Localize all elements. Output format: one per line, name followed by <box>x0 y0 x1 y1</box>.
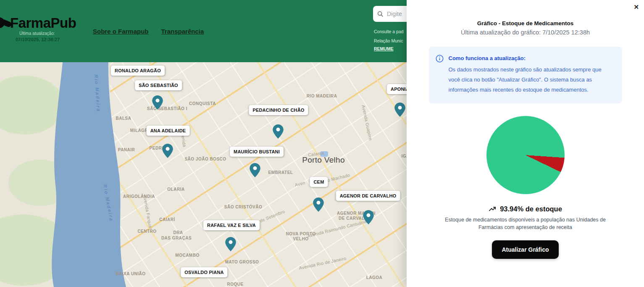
map-pin-icon[interactable] <box>313 197 324 212</box>
map-unit-label[interactable]: CEM <box>310 177 328 187</box>
map-unit-label[interactable]: RAFAEL VAZ E SILVA <box>203 220 260 230</box>
map-label-area: PANAIR <box>118 147 135 152</box>
last-update-label: Última atualização: <box>19 31 55 36</box>
close-icon[interactable]: ✕ <box>633 3 639 11</box>
update-chart-button[interactable]: Atualizar Gráfico <box>492 240 558 259</box>
map-pin-icon[interactable] <box>363 210 374 224</box>
panel-title: Gráfico - Estoque de Medicamentos <box>477 20 574 26</box>
map-pin-icon[interactable] <box>394 103 405 117</box>
stock-stat: 93.94% de estoque <box>489 205 562 213</box>
map-pin-icon[interactable] <box>162 144 173 158</box>
consult-text-line2: Relação Munic <box>374 38 403 43</box>
nav-link-transparency[interactable]: Transparência <box>161 28 204 35</box>
map-label-area: OLARIA <box>167 187 184 192</box>
trending-up-icon <box>489 205 497 213</box>
map-label-area: ARIGOLÂNDIA <box>123 194 155 199</box>
map-pin-icon[interactable] <box>225 237 236 251</box>
chart-panel: ✕ Gráfico - Estoque de Medicamentos Últi… <box>407 0 644 287</box>
last-update-value: 07/10/2025, 12:38:27 <box>16 37 60 42</box>
map-unit-label[interactable]: OSVALDO PIANA <box>181 267 227 277</box>
map-label-area: SÃO JOÃO BOSCO <box>184 157 226 161</box>
info-icon <box>436 55 444 63</box>
stock-percentage: 93.94% de estoque <box>500 205 562 213</box>
map-label-area: CAIARÍ <box>159 217 175 222</box>
info-box: Como funciona a atualização: Os dados mo… <box>429 47 622 103</box>
map-label-area: EMBRATEL <box>268 170 293 175</box>
map-pin-icon[interactable] <box>152 95 163 110</box>
map-pin-icon[interactable] <box>250 163 260 177</box>
map-unit-label[interactable]: MAURÍCIO BUSTANI <box>230 147 284 157</box>
search-icon <box>377 11 384 17</box>
main-nav: Sobre o Farmapub Transparência <box>93 28 204 35</box>
map-label-area: MOCAMBO <box>175 253 199 258</box>
nav-link-about[interactable]: Sobre o Farmapub <box>93 28 149 35</box>
map-label-area: SÃO CRISTÓVÃO <box>224 205 262 209</box>
map-label-area: BALSA <box>116 116 131 121</box>
map-label-area: MATO GROSSO <box>225 260 259 264</box>
map-label-area: BAIXA UNIÃO <box>116 271 145 276</box>
map-label-city: Porto Velho <box>302 155 345 165</box>
map-unit-label[interactable]: RONALDO ARAGÃO <box>111 66 165 76</box>
brand-title: FarmaPub <box>10 15 76 31</box>
info-body: Os dados mostrados neste gráfico são atu… <box>449 65 614 95</box>
map-label-area: DRA <box>173 230 183 235</box>
map-unit-label[interactable]: AGENOR DE CARVALHO <box>336 191 400 201</box>
map-label-area: DAS GRAÇAS <box>161 236 192 240</box>
remume-link[interactable]: REMUME <box>374 46 394 51</box>
map-label-area: VELHO <box>293 237 309 241</box>
info-heading: Como funciona a atualização: <box>449 55 614 61</box>
map-unit-label[interactable]: ANA ADELAIDE <box>147 126 190 136</box>
map-label-area: LAGOA <box>366 275 383 280</box>
map-label-area: CENTRO <box>137 229 156 234</box>
map-unit-label[interactable]: PEDACINHO DE CHÃO <box>249 105 308 115</box>
pie-chart <box>486 116 565 194</box>
panel-subtitle: Última atualização do gráfico: 7/10/2025… <box>461 29 590 36</box>
map-pin-icon[interactable] <box>273 124 284 139</box>
consult-text-line1: Consulte a pad <box>374 29 404 34</box>
map-unit-label[interactable]: SÃO SEBASTIÃO <box>135 80 182 90</box>
map-label-area: RIO MADEIRA <box>307 94 337 98</box>
map-label-area: MILAGR <box>130 128 148 133</box>
map-label-area: CONQUISTA <box>189 101 216 106</box>
map-label-area: ROQUE <box>227 282 243 287</box>
chart-caption: Estoque de medicamentos disponíveis a po… <box>439 216 612 231</box>
